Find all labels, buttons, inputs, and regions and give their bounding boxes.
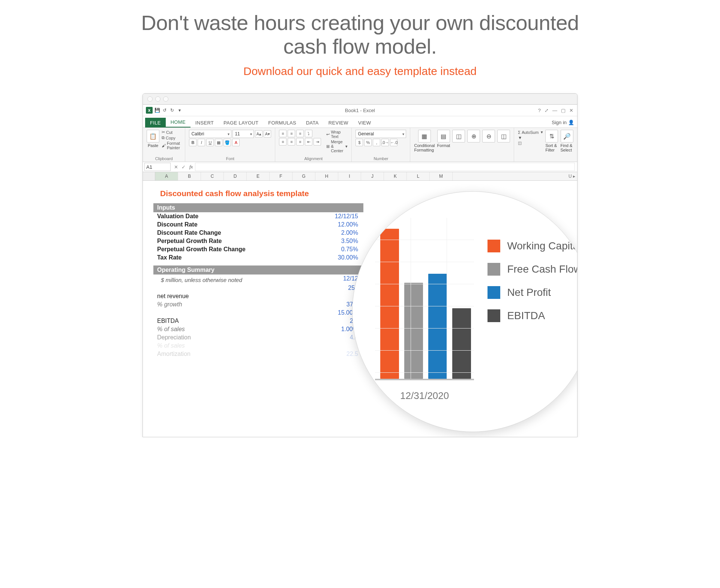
increase-font-icon[interactable]: A▴ [255, 130, 262, 138]
autosum-button[interactable]: ΣAutoSum ▾ [518, 130, 543, 135]
indent-inc-icon[interactable]: ⇥ [314, 138, 321, 146]
page-subhead[interactable]: Download our quick and easy template ins… [135, 65, 585, 78]
column-header-J[interactable]: J [361, 172, 384, 180]
find-select-button[interactable]: 🔎 Find & Select [560, 130, 573, 152]
formula-input[interactable] [195, 163, 575, 171]
tab-page-layout[interactable]: PAGE LAYOUT [219, 118, 263, 128]
traffic-close-icon[interactable] [147, 96, 153, 102]
input-value[interactable]: 12/12/15 [324, 213, 358, 220]
operating-label: EBITDA [157, 318, 179, 324]
window-min-icon[interactable]: — [552, 108, 557, 113]
inc-decimal-icon[interactable]: .0→ [381, 139, 389, 146]
input-value[interactable]: 3.50% [324, 238, 358, 244]
format-as-table-button[interactable]: ▤ Format [437, 130, 450, 148]
qat-undo-icon[interactable]: ↺ [162, 107, 168, 113]
ribbon-group-number: General $ % , .0→ ←.0 Number [352, 128, 410, 162]
cell-styles-button[interactable]: ◫ [452, 130, 465, 142]
tab-review[interactable]: REVIEW [324, 118, 353, 128]
input-value[interactable]: 12.00% [324, 221, 358, 228]
cancel-formula-icon[interactable]: ✕ [172, 164, 180, 170]
align-bottom-icon[interactable]: ≡ [296, 130, 304, 137]
operating-label: % of sales [157, 342, 185, 349]
help-icon[interactable]: ? [538, 108, 541, 113]
align-right-icon[interactable]: ≡ [296, 138, 304, 146]
column-header-C[interactable]: C [201, 172, 224, 180]
column-header-A[interactable]: A [155, 172, 178, 180]
font-color-button[interactable]: A [232, 139, 240, 146]
qat-dropdown-icon[interactable]: ▾ [177, 107, 183, 113]
number-format-select[interactable]: General [356, 130, 406, 138]
column-header-I[interactable]: I [338, 172, 361, 180]
tab-home[interactable]: HOME [166, 117, 190, 128]
operating-note-val2: 250 [324, 285, 358, 291]
qat-save-icon[interactable]: 💾 [154, 107, 160, 113]
fill-button[interactable]: ▼ [518, 135, 543, 140]
traffic-min-icon[interactable] [155, 96, 160, 102]
align-left-icon[interactable]: ≡ [279, 138, 286, 146]
clear-button[interactable]: ◫ [518, 141, 543, 146]
tab-data[interactable]: DATA [301, 118, 324, 128]
decrease-font-icon[interactable]: A▾ [264, 130, 271, 138]
window-max-icon[interactable]: ▢ [561, 108, 566, 113]
indent-dec-icon[interactable]: ⇤ [305, 138, 312, 146]
tab-file[interactable]: FILE [145, 118, 166, 128]
tab-view[interactable]: VIEW [353, 118, 376, 128]
column-header-F[interactable]: F [270, 172, 292, 180]
input-value[interactable]: 0.75% [324, 246, 358, 253]
column-header-K[interactable]: K [384, 172, 407, 180]
format-cells-button[interactable]: ◫ [497, 130, 510, 142]
font-name-select[interactable]: Calibri [189, 130, 231, 138]
name-box[interactable]: A1 [144, 163, 171, 171]
column-header-B[interactable]: B [178, 172, 201, 180]
column-header-H[interactable]: H [315, 172, 338, 180]
conditional-formatting-button[interactable]: ▦ Conditional Formatting [414, 130, 435, 152]
input-value[interactable]: 2.00% [324, 230, 358, 236]
column-header-G[interactable]: G [292, 172, 315, 180]
operating-row: EBITDA2.5 [153, 317, 363, 325]
align-center-icon[interactable]: ≡ [288, 138, 295, 146]
select-all-corner[interactable] [143, 172, 155, 180]
italic-button[interactable]: I [198, 139, 205, 146]
group-label-alignment: Alignment [279, 156, 348, 161]
delete-cells-button[interactable]: ⊖ [482, 130, 495, 142]
qat-redo-icon[interactable]: ↻ [169, 107, 175, 113]
currency-icon[interactable]: $ [356, 139, 363, 146]
underline-button[interactable]: U [206, 139, 214, 146]
bold-button[interactable]: B [189, 139, 196, 146]
orientation-icon[interactable]: ⤵ [305, 130, 312, 137]
wrap-text-button[interactable]: ↩Wrap Text [326, 130, 348, 139]
enter-formula-icon[interactable]: ✓ [180, 164, 187, 170]
font-size-select[interactable]: 11 [232, 130, 254, 138]
merge-center-button[interactable]: ⊞Merge & Center ▾ [326, 140, 348, 153]
column-header-E[interactable]: E [247, 172, 270, 180]
copy-icon: ⧉ [162, 135, 165, 140]
tab-formulas[interactable]: FORMULAS [263, 118, 301, 128]
tab-insert[interactable]: INSERT [190, 118, 219, 128]
cut-button[interactable]: ✂Cut [162, 130, 181, 135]
operating-note: $ million, unless otherwise noted [157, 275, 242, 283]
comma-icon[interactable]: , [373, 139, 380, 146]
traffic-zoom-icon[interactable] [163, 96, 168, 102]
column-header-D[interactable]: D [224, 172, 247, 180]
ribbon-collapse-icon[interactable]: ⤢ [544, 108, 549, 113]
fx-icon[interactable]: fx [187, 164, 195, 170]
input-value[interactable]: 30.00% [324, 254, 358, 261]
operating-value[interactable] [324, 342, 358, 349]
column-header-L[interactable]: L [407, 172, 430, 180]
insert-cells-button[interactable]: ⊕ [467, 130, 480, 142]
column-header-M[interactable]: M [430, 172, 453, 180]
percent-icon[interactable]: % [364, 139, 372, 146]
sign-in-link[interactable]: Sign in👤 [549, 117, 577, 128]
fill-color-button[interactable]: 🪣 [224, 139, 231, 146]
align-top-icon[interactable]: ≡ [279, 130, 286, 137]
window-close-icon[interactable]: ✕ [569, 108, 573, 113]
sort-filter-button[interactable]: ⇅ Sort & Filter [545, 130, 558, 152]
operating-value[interactable]: 4.0 [324, 334, 358, 341]
format-painter-button[interactable]: 🖌Format Painter [162, 141, 181, 150]
operating-value[interactable]: 22.5 [324, 351, 358, 357]
dec-decimal-icon[interactable]: ←.0 [390, 139, 398, 146]
border-button[interactable]: ▦ [215, 139, 222, 146]
paste-button[interactable]: 📋 Paste [147, 130, 159, 148]
align-middle-icon[interactable]: ≡ [288, 130, 295, 137]
copy-button[interactable]: ⧉Copy [162, 135, 181, 140]
